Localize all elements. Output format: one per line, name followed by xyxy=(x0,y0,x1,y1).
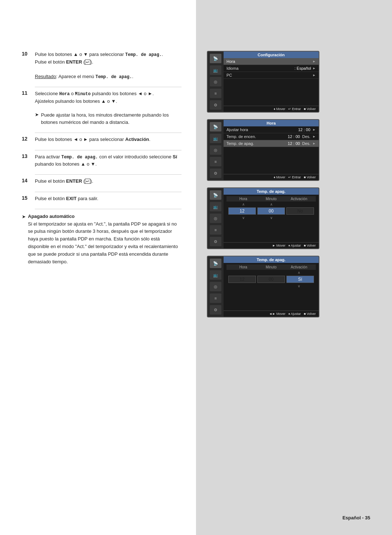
step-number: 13 xyxy=(22,153,35,159)
step-11: 11 Seleccione Hora o Minuto pulsando los… xyxy=(22,90,181,105)
val-activacion: No xyxy=(286,207,314,215)
list-icon-2: ≡ xyxy=(210,157,221,166)
step-number: 11 xyxy=(22,90,35,96)
idioma-arrow: ► xyxy=(313,66,316,70)
screen-hora: 📡 📺 ◎ ≡ ⚙ Hora Ajustar hora 12 : 00 ► Te… xyxy=(207,119,319,181)
pc-arrow: ► xyxy=(313,73,316,77)
footer-entrar-2: ↵ Entrar xyxy=(288,175,301,179)
gear-icon: ⚙ xyxy=(210,100,221,110)
up-minuto: ∧ xyxy=(257,202,285,206)
header-minuto-4: Minuto xyxy=(257,265,285,269)
ajustar-hora-item: Ajustar hora 12 : 00 ► xyxy=(224,126,319,133)
step-number: 10 xyxy=(22,51,35,57)
up-minuto-4 xyxy=(257,271,285,275)
step-content: Seleccione Hora o Minuto pulsando los bo… xyxy=(35,90,181,105)
apagado-section: ➤ Apagado automático Si el temporizador … xyxy=(22,214,181,266)
menu-item-hora: Hora ► xyxy=(224,58,319,65)
val-minuto: 00 xyxy=(257,207,285,215)
arrows-up-row: ∧ ∧ xyxy=(226,202,316,207)
header-hora-4: Hora xyxy=(229,265,257,269)
step-number: 15 xyxy=(22,195,35,201)
screen2-footer: ♦ Mover ↵ Entrar ■ Volver xyxy=(224,174,319,180)
hora-label: Hora xyxy=(226,59,313,64)
footer-mover-4: ◄► Mover xyxy=(269,312,285,316)
step-15: 15 Pulse el botón EXIT para salir. xyxy=(22,195,181,202)
temp-apag-item: Temp. de apag. 12 : 00 Des. ► xyxy=(224,140,319,147)
note-text: Puede ajustar la hora, los minutos direc… xyxy=(41,112,181,126)
footer-entrar: ↵ Entrar xyxy=(288,107,301,111)
arrows-up-row-4: ∧ xyxy=(226,270,316,275)
list-icon-4: ≡ xyxy=(210,293,221,303)
screen-temp-apag-1: 📡 📺 ◎ ≡ ⚙ Temp. de apag. Hora Minuto Act… xyxy=(207,187,319,249)
screen2-title: Hora xyxy=(224,120,319,126)
down-activacion xyxy=(285,216,313,220)
temp-encen-label: Temp. de encen. xyxy=(226,134,288,139)
footer-mover-2: ♦ Mover xyxy=(274,175,285,179)
down-hora-4 xyxy=(229,284,257,288)
circle-icon-4: ◎ xyxy=(210,282,221,291)
footer-ajustar-4: ♦ Ajustar xyxy=(288,312,301,316)
result-label: Resultado xyxy=(35,74,56,79)
footer-volver-2: ■ Volver xyxy=(304,175,316,179)
page-footer: Español - 35 xyxy=(342,515,370,520)
apagado-title: Apagado automático xyxy=(28,214,181,219)
temp-encen-value: 12 : 00 xyxy=(288,134,300,139)
circle-icon: ◎ xyxy=(210,77,221,86)
apagado-text: Si el temporizador se ajusta en "Act.", … xyxy=(28,220,181,266)
tv-icon-4: 📺 xyxy=(210,270,221,280)
tv-sidebar-2: 📡 📺 ◎ ≡ ⚙ xyxy=(208,120,224,180)
down-minuto-4 xyxy=(257,284,285,288)
val-minuto-4: 00 xyxy=(257,276,285,283)
arrows-down-row-4: ∨ xyxy=(226,283,316,289)
step-14: 14 Pulse el botón ENTER (↵). xyxy=(22,178,181,185)
arrows-down-row: ∨ ∨ xyxy=(226,215,316,220)
temp-header-row-4: Hora Minuto Activación xyxy=(226,264,316,270)
val-hora-4: 12 xyxy=(228,276,256,283)
screen-configuracion: 📡 📺 ◎ ≡ ⚙ Configuración Hora ► Idioma : … xyxy=(207,51,319,113)
antenna-icon-4: 📡 xyxy=(210,259,221,268)
step-number: 12 xyxy=(22,136,35,142)
up-hora-4 xyxy=(229,271,257,275)
circle-icon-3: ◎ xyxy=(210,214,221,223)
up-activacion-4: ∧ xyxy=(285,271,313,275)
gear-icon-3: ⚙ xyxy=(210,237,221,246)
menu-item-idioma: Idioma : Español ► xyxy=(224,65,319,72)
screen4-footer: ◄► Mover ♦ Ajustar ■ Volver xyxy=(224,311,319,317)
step-content: Pulse los botones ◄ o ► para seleccionar… xyxy=(35,136,181,143)
tv-menu-2: Hora Ajustar hora 12 : 00 ► Temp. de enc… xyxy=(224,120,319,180)
screen3-title: Temp. de apag. xyxy=(224,188,319,195)
screen3-footer: ► Mover ♦ Ajustar ■ Volver xyxy=(224,242,319,248)
menu-item-pc: PC ► xyxy=(224,72,319,79)
footer-volver-3: ■ Volver xyxy=(304,244,316,247)
note-arrow-icon: ➤ xyxy=(35,112,39,117)
tv-menu-4: Temp. de apag. Hora Minuto Activación ∧ … xyxy=(224,256,319,317)
footer-ajustar-3: ♦ Ajustar xyxy=(288,244,301,247)
temp-header-row: Hora Minuto Activación xyxy=(226,196,316,202)
up-activacion xyxy=(285,202,313,206)
footer-mover: ♦ Mover xyxy=(274,107,285,111)
tv-sidebar-4: 📡 📺 ◎ ≡ ⚙ xyxy=(208,256,224,317)
temp-apag-value: 12 : 00 xyxy=(288,141,300,146)
circle-icon-2: ◎ xyxy=(210,145,221,155)
step-12: 12 Pulse los botones ◄ o ► para seleccio… xyxy=(22,136,181,143)
hora-arrow: ► xyxy=(313,60,316,63)
down-minuto: ∨ xyxy=(257,216,285,220)
right-column: 📡 📺 ◎ ≡ ⚙ Configuración Hora ► Idioma : … xyxy=(196,0,392,535)
temp-encen-item: Temp. de encen. 12 : 00 Des. ► xyxy=(224,133,319,140)
idioma-value: : Español xyxy=(294,66,311,70)
ajustar-hora-label: Ajustar hora xyxy=(226,127,298,132)
pc-label: PC xyxy=(226,73,313,77)
left-column: 10 Pulse los botones ▲ o ▼ para seleccio… xyxy=(0,0,196,535)
apagado-arrow-icon: ➤ xyxy=(22,214,26,219)
antenna-icon: 📡 xyxy=(210,54,221,63)
list-icon-3: ≡ xyxy=(210,225,221,235)
screen1-footer: ♦ Mover ↵ Entrar ■ Volver xyxy=(224,106,319,112)
ajustar-hora-value: 12 : 00 xyxy=(298,127,310,132)
antenna-icon-2: 📡 xyxy=(210,122,221,131)
footer-mover-3: ► Mover xyxy=(272,244,285,247)
note-block-11: ➤ Puede ajustar la hora, los minutos dir… xyxy=(35,112,181,126)
tv-sidebar-3: 📡 📺 ◎ ≡ ⚙ xyxy=(208,188,224,248)
header-minuto: Minuto xyxy=(257,197,285,201)
tv-icon: 📺 xyxy=(210,65,221,75)
tv-menu: Configuración Hora ► Idioma : Español ► … xyxy=(224,52,319,112)
